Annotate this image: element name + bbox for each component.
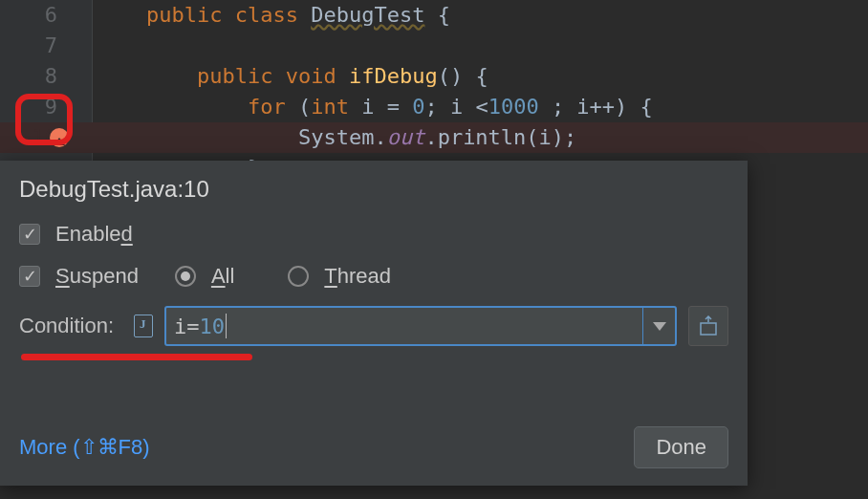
suspend-thread-radio[interactable]	[288, 266, 309, 287]
code-line[interactable]: 10 System.out.println(i);	[0, 122, 868, 153]
code-line[interactable]: 9 for (int i = 0; i <1000 ; i++) {	[0, 92, 868, 122]
done-button[interactable]: Done	[634, 426, 728, 468]
enabled-label: Enabled	[55, 222, 133, 247]
enabled-checkbox[interactable]	[19, 224, 40, 245]
svg-rect-0	[701, 323, 716, 335]
code-line[interactable]: 8 public void ifDebug() {	[0, 61, 868, 92]
java-file-icon	[134, 315, 153, 337]
condition-value: i=10	[174, 315, 225, 338]
gutter-line-number[interactable]: 6	[0, 0, 96, 31]
breakpoint-popup: DebugTest.java:10 Enabled Suspend All Th…	[0, 161, 748, 486]
enabled-label-text: Enabled	[55, 222, 133, 246]
condition-dropdown-icon[interactable]	[642, 308, 675, 344]
code-content[interactable]: public class DebugTest {	[96, 0, 450, 31]
gutter-line-number[interactable]: 8	[0, 61, 96, 92]
expand-icon	[698, 315, 719, 336]
expand-condition-button[interactable]	[688, 306, 728, 346]
annotation-breakpoint-highlight	[15, 94, 73, 145]
code-line[interactable]: 7	[0, 31, 868, 61]
condition-label: Condition:	[19, 314, 122, 338]
suspend-label: Suspend	[55, 264, 139, 289]
suspend-thread-label: Thread	[324, 264, 391, 289]
code-line[interactable]: 6 public class DebugTest {	[0, 0, 868, 31]
suspend-checkbox[interactable]	[19, 266, 40, 287]
code-content[interactable]: System.out.println(i);	[96, 122, 576, 153]
code-editor[interactable]: 6 public class DebugTest {78 public void…	[0, 0, 868, 163]
code-content[interactable]: public void ifDebug() {	[96, 61, 488, 92]
suspend-all-radio[interactable]	[175, 266, 196, 287]
text-caret	[226, 314, 227, 338]
suspend-all-label: All	[211, 264, 234, 289]
gutter-line-number[interactable]: 7	[0, 31, 96, 61]
editor-background-fill	[748, 161, 868, 499]
more-link[interactable]: More (⇧⌘F8)	[19, 435, 150, 460]
popup-title: DebugTest.java:10	[19, 176, 728, 203]
code-content[interactable]: for (int i = 0; i <1000 ; i++) {	[96, 92, 653, 122]
condition-input[interactable]: i=10	[164, 306, 677, 346]
annotation-condition-underline	[21, 354, 252, 360]
